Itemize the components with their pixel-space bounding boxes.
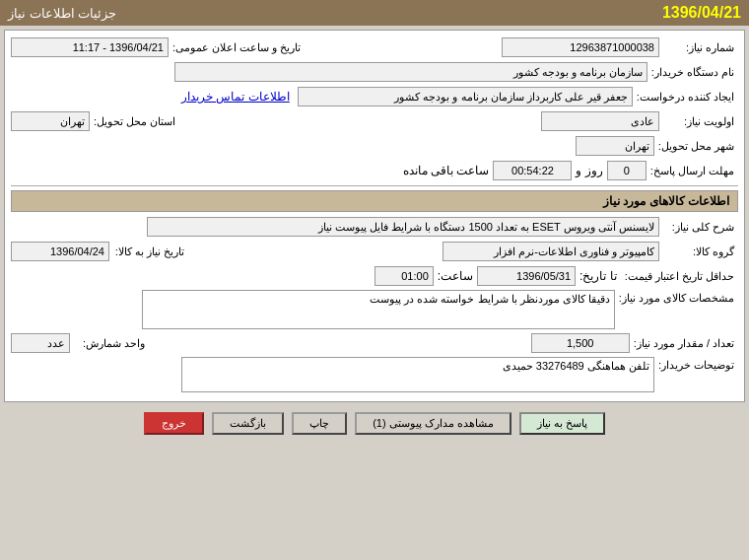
page-wrapper: 1396/04/21 جزئیات اطلاعات نیاز شماره نیا… bbox=[0, 0, 749, 560]
city-label: شهر محل تحویل: bbox=[654, 140, 738, 153]
deadline-days-input bbox=[607, 161, 647, 180]
row-notes: توضیحات خریدار: تلفن هماهنگی 33276489 حم… bbox=[11, 357, 738, 392]
quantity-label: تعداد / مقدار مورد نیاز: bbox=[630, 337, 738, 350]
days-label: روز و bbox=[572, 164, 606, 177]
deadline-time-input bbox=[493, 161, 572, 180]
row-requester: ایجاد کننده درخواست: اطلاعات تماس خریدار bbox=[11, 86, 738, 107]
category-label: گروه کالا: bbox=[659, 245, 738, 258]
divider bbox=[11, 185, 738, 186]
buyer-name-label: نام دستگاه خریدار: bbox=[647, 66, 738, 79]
deadline-label: مهلت ارسال پاسخ: bbox=[647, 165, 738, 177]
print-button[interactable]: چاپ bbox=[292, 412, 347, 435]
row-city: شهر محل تحویل: bbox=[11, 135, 738, 157]
page-date: 1396/04/21 bbox=[662, 4, 741, 22]
row-need-number: شماره نیاز: تاریخ و ساعت اعلان عمومی: bbox=[11, 36, 738, 58]
need-date-input bbox=[11, 242, 109, 261]
time-label: ساعت باقی مانده bbox=[399, 164, 494, 177]
contact-info-link[interactable]: اطلاعات تماس خریدار bbox=[181, 90, 290, 104]
need-number-label: شماره نیاز: bbox=[659, 41, 738, 54]
valid-from-input bbox=[477, 266, 576, 286]
valid-from-label: تا تاریخ: bbox=[576, 269, 621, 283]
notes-textarea: تلفن هماهنگی 33276489 حمیدی bbox=[181, 357, 654, 392]
need-number-input bbox=[502, 37, 659, 57]
page-title: جزئیات اطلاعات نیاز bbox=[8, 6, 116, 21]
back-button[interactable]: بازگشت bbox=[212, 412, 284, 435]
buyer-name-input bbox=[174, 62, 647, 82]
requester-input bbox=[298, 87, 633, 106]
date-input bbox=[11, 37, 169, 57]
top-bar: 1396/04/21 جزئیات اطلاعات نیاز bbox=[0, 0, 749, 26]
main-content: شماره نیاز: تاریخ و ساعت اعلان عمومی: نا… bbox=[4, 30, 745, 402]
specs-textarea: دقیقا کالای موردنظر با شرایط خواسته شده … bbox=[142, 290, 615, 329]
row-quantity: تعداد / مقدار مورد نیاز: واحد شمارش: bbox=[11, 332, 738, 354]
exit-button[interactable]: خروج bbox=[144, 412, 204, 435]
view-attachments-button[interactable]: مشاهده مدارک پیوستی (1) bbox=[355, 412, 511, 435]
row-buyer-name: نام دستگاه خریدار: bbox=[11, 61, 738, 83]
requester-label: ایجاد کننده درخواست: bbox=[633, 91, 738, 104]
unit-label: واحد شمارش: bbox=[70, 337, 149, 350]
province-input bbox=[11, 111, 90, 131]
category-input bbox=[443, 242, 659, 261]
row-category: گروه کالا: تاریخ نیاز به کالا: bbox=[11, 241, 738, 262]
date-label: تاریخ و ساعت اعلان عمومی: bbox=[169, 41, 305, 54]
valid-time-input bbox=[374, 266, 434, 286]
row-priority: اولویت نیاز: استان محل تحویل: bbox=[11, 110, 738, 132]
description-input bbox=[147, 217, 659, 237]
reply-button[interactable]: پاسخ به نیاز bbox=[519, 412, 605, 435]
need-date-label: تاریخ نیاز به کالا: bbox=[109, 245, 188, 258]
valid-until-label: حداقل تاریخ اعتبار قیمت: bbox=[621, 270, 738, 283]
bottom-buttons: پاسخ به نیاز مشاهده مدارک پیوستی (1) چاپ… bbox=[0, 408, 749, 439]
row-deadline: مهلت ارسال پاسخ: روز و ساعت باقی مانده bbox=[11, 160, 738, 181]
description-label: شرح کلی نیاز: bbox=[659, 221, 738, 234]
row-description: شرح کلی نیاز: bbox=[11, 216, 738, 238]
notes-label: توضیحات خریدار: bbox=[654, 357, 738, 372]
priority-input bbox=[541, 111, 659, 131]
unit-input bbox=[11, 333, 70, 353]
row-specs: مشخصات کالای مورد نیاز: دقیقا کالای مورد… bbox=[11, 290, 738, 329]
priority-label: اولویت نیاز: bbox=[659, 115, 738, 128]
row-valid: حداقل تاریخ اعتبار قیمت: تا تاریخ: ساعت: bbox=[11, 265, 738, 287]
province-label: استان محل تحویل: bbox=[90, 115, 179, 128]
valid-time-label: ساعت: bbox=[434, 269, 477, 283]
quantity-input bbox=[531, 333, 630, 353]
specs-label: مشخصات کالای مورد نیاز: bbox=[615, 290, 738, 305]
content-inner: شماره نیاز: تاریخ و ساعت اعلان عمومی: نا… bbox=[11, 36, 738, 392]
city-input bbox=[576, 136, 654, 156]
goods-section-header: اطلاعات کالاهای مورد نیاز bbox=[11, 190, 738, 212]
